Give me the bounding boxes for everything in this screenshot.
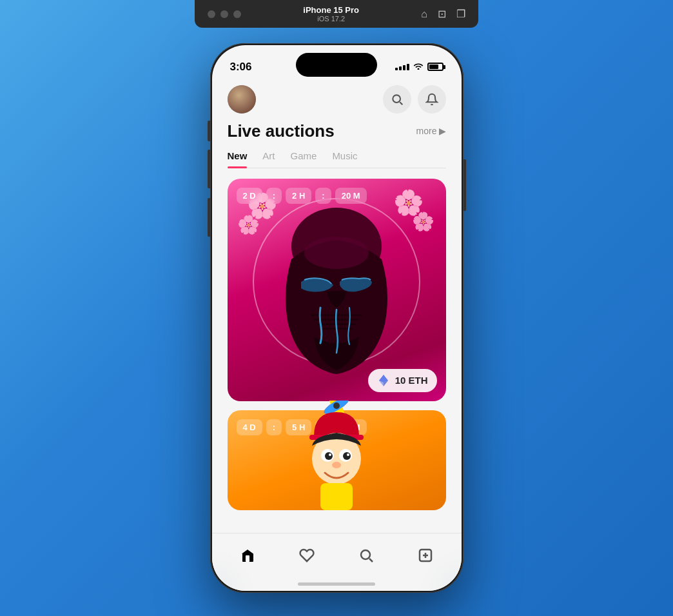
colon-o-1: : bbox=[266, 419, 282, 435]
auction-cards: 🌸 🌸 🌸 🌸 bbox=[228, 179, 446, 519]
tab-art[interactable]: Art bbox=[262, 150, 275, 168]
status-time: 3:06 bbox=[230, 61, 252, 74]
mac-fullscreen-dot[interactable] bbox=[233, 10, 241, 18]
mute-button bbox=[208, 121, 210, 141]
flower-left2: 🌸 bbox=[237, 214, 260, 235]
header-row bbox=[228, 80, 446, 121]
colon-1: : bbox=[266, 188, 282, 204]
svg-point-3 bbox=[304, 237, 369, 269]
phone-frame: 3:06 bbox=[210, 43, 463, 593]
tab-music[interactable]: Music bbox=[332, 150, 357, 168]
avatar[interactable] bbox=[228, 85, 256, 114]
avatar-image bbox=[228, 85, 256, 114]
section-title: Live auctions bbox=[228, 121, 335, 141]
mac-device-title: iPhone 15 Pro iOS 17.2 bbox=[241, 5, 421, 23]
minutes-badge: 20 M bbox=[335, 188, 367, 204]
header-actions bbox=[383, 85, 446, 114]
volume-down-button bbox=[208, 198, 210, 237]
plus-nav-icon bbox=[418, 548, 433, 563]
heart-nav-icon bbox=[299, 548, 315, 563]
signal-icon bbox=[395, 64, 409, 70]
svg-point-0 bbox=[393, 95, 400, 103]
days-badge-o: 4 D bbox=[237, 419, 262, 435]
svg-point-22 bbox=[343, 452, 351, 460]
wifi-icon bbox=[413, 62, 424, 72]
mac-window-controls[interactable] bbox=[208, 10, 241, 18]
app-content: Live auctions more ▶ New Art Game Music bbox=[212, 80, 462, 519]
svg-line-1 bbox=[400, 102, 402, 104]
nav-search[interactable] bbox=[349, 539, 383, 572]
svg-line-29 bbox=[369, 559, 373, 562]
svg-point-16 bbox=[333, 402, 340, 409]
svg-point-21 bbox=[325, 452, 333, 460]
section-header: Live auctions more ▶ bbox=[228, 121, 446, 141]
hours-badge: 2 H bbox=[286, 188, 311, 204]
colon-2: : bbox=[315, 188, 331, 204]
notification-button[interactable] bbox=[418, 85, 446, 114]
tab-new[interactable]: New bbox=[228, 150, 248, 168]
svg-point-23 bbox=[329, 453, 331, 456]
mac-toolbar-icons[interactable]: ⌂ ⊡ ❐ bbox=[421, 8, 465, 20]
nav-home[interactable] bbox=[231, 539, 264, 572]
tab-game[interactable]: Game bbox=[291, 150, 317, 168]
svg-point-24 bbox=[347, 453, 349, 456]
mac-close-dot[interactable] bbox=[208, 10, 215, 18]
svg-rect-26 bbox=[320, 483, 353, 510]
svg-point-25 bbox=[332, 462, 341, 468]
darth-artwork bbox=[272, 208, 401, 375]
dynamic-island bbox=[296, 53, 377, 77]
svg-point-28 bbox=[361, 550, 370, 559]
screenshot-mac-icon[interactable]: ⊡ bbox=[438, 8, 446, 20]
search-button[interactable] bbox=[383, 85, 411, 114]
phone-screen: 3:06 bbox=[212, 45, 462, 591]
category-tabs: New Art Game Music bbox=[228, 150, 446, 168]
svg-rect-27 bbox=[246, 555, 249, 562]
mac-toolbar: iPhone 15 Pro iOS 17.2 ⌂ ⊡ ❐ bbox=[195, 0, 478, 28]
nav-favorites[interactable] bbox=[290, 539, 324, 572]
nav-create[interactable] bbox=[409, 539, 442, 572]
mac-minimize-dot[interactable] bbox=[220, 10, 228, 18]
window-mac-icon[interactable]: ❐ bbox=[456, 8, 465, 20]
price-value: 10 ETH bbox=[395, 375, 428, 386]
auction-card-pink[interactable]: 🌸 🌸 🌸 🌸 bbox=[228, 179, 446, 401]
home-mac-icon[interactable]: ⌂ bbox=[421, 8, 427, 20]
more-link[interactable]: more ▶ bbox=[416, 126, 446, 136]
price-badge-pink: 10 ETH bbox=[368, 369, 437, 392]
battery-icon bbox=[427, 63, 444, 71]
power-button bbox=[463, 159, 466, 211]
volume-up-button bbox=[208, 150, 210, 188]
home-indicator bbox=[298, 582, 375, 586]
status-icons bbox=[395, 62, 444, 72]
timer-badges-pink: 2 D : 2 H : 20 M bbox=[237, 188, 367, 204]
flower-right2: 🌸 bbox=[412, 211, 434, 232]
character-artwork bbox=[291, 401, 382, 510]
auction-card-orange[interactable]: 4 D : 5 H : 30 M bbox=[228, 410, 446, 510]
home-nav-icon bbox=[240, 548, 255, 563]
eth-icon bbox=[377, 374, 390, 387]
days-badge: 2 D bbox=[237, 188, 262, 204]
search-nav-icon bbox=[358, 548, 374, 563]
